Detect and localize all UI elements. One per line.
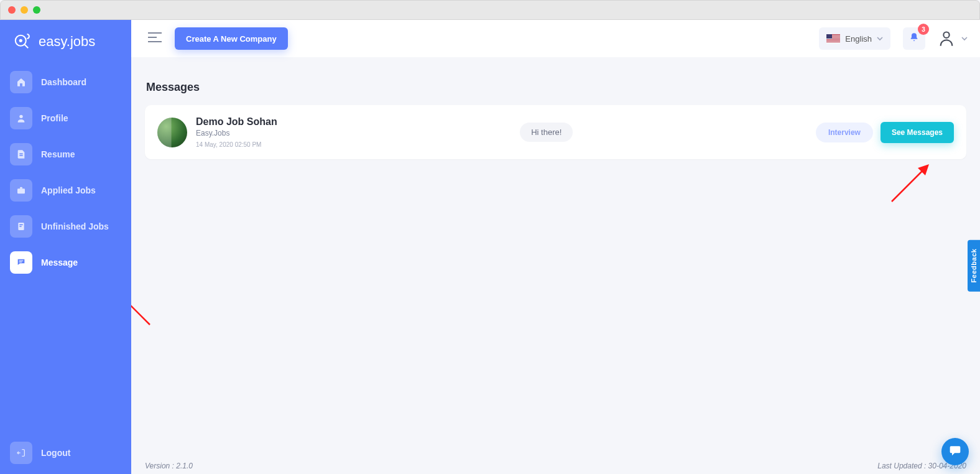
create-company-button[interactable]: Create A New Company [175, 27, 288, 50]
logo-icon [11, 31, 32, 52]
annotation-arrow-button [887, 157, 936, 209]
svg-marker-15 [918, 164, 929, 175]
sidebar-label: Message [41, 258, 78, 267]
sidebar-item-dashboard[interactable]: Dashboard [6, 67, 125, 97]
svg-point-11 [943, 32, 949, 38]
svg-rect-9 [19, 261, 24, 261]
footer: Version : 2.1.0 Last Updated : 30-04-202… [145, 462, 966, 470]
svg-line-14 [892, 168, 925, 202]
sidebar-item-logout[interactable]: Logout [6, 438, 125, 468]
svg-rect-10 [19, 262, 22, 263]
user-icon [10, 107, 32, 129]
sidebar-item-applied-jobs[interactable]: Applied Jobs [6, 175, 125, 205]
logout-icon [10, 442, 32, 464]
sidebar: easy.jobs Dashboard Profile Resume [0, 20, 131, 474]
sidebar-item-unfinished-jobs[interactable]: Unfinished Jobs [6, 211, 125, 241]
chat-fab[interactable] [941, 438, 969, 465]
sidebar-label: Resume [41, 149, 75, 159]
svg-rect-8 [19, 226, 21, 226]
topbar-right: English 3 [819, 27, 968, 50]
version-label: Version : 2.1.0 [145, 462, 193, 470]
svg-point-1 [19, 39, 22, 42]
message-timestamp: 14 May, 2020 02:50 PM [196, 141, 277, 148]
chevron-down-icon [961, 35, 968, 42]
sidebar-footer: Logout [6, 438, 125, 468]
bell-icon [909, 32, 919, 45]
message-preview: Hi there! [520, 123, 573, 142]
content-area: Messages Demo Job Sohan Easy.Jobs 14 May… [131, 57, 980, 474]
briefcase-icon [10, 179, 32, 202]
message-preview-wrap: Hi there! [277, 123, 816, 142]
feedback-tab[interactable]: Feedback [968, 240, 980, 292]
notifications-button[interactable]: 3 [903, 27, 925, 50]
window-titlebar [0, 0, 980, 20]
sidebar-item-message[interactable]: Message [6, 248, 125, 277]
chat-icon [10, 251, 32, 274]
svg-rect-3 [19, 154, 22, 154]
window-maximize-dot[interactable] [33, 6, 40, 14]
sender-avatar [157, 118, 187, 147]
us-flag-icon [826, 34, 840, 43]
page-title: Messages [146, 81, 966, 94]
user-menu[interactable] [938, 30, 968, 47]
see-messages-button[interactable]: See Messages [881, 122, 954, 143]
svg-rect-5 [17, 188, 25, 193]
person-icon [938, 30, 955, 47]
message-card: Demo Job Sohan Easy.Jobs 14 May, 2020 02… [145, 105, 966, 159]
brand-name: easy.jobs [39, 34, 95, 50]
annotation-arrow-sidebar [131, 256, 156, 333]
app-root: easy.jobs Dashboard Profile Resume [0, 20, 980, 474]
brand-logo[interactable]: easy.jobs [6, 29, 125, 63]
svg-rect-7 [19, 225, 22, 225]
language-selector[interactable]: English [819, 27, 890, 50]
sidebar-label: Unfinished Jobs [41, 221, 109, 231]
language-label: English [845, 34, 872, 44]
sidebar-label: Applied Jobs [41, 185, 96, 195]
topbar: Create A New Company English 3 [131, 20, 980, 57]
sender-name: Demo Job Sohan [196, 116, 277, 128]
message-meta: Demo Job Sohan Easy.Jobs 14 May, 2020 02… [196, 116, 277, 148]
main-area: Create A New Company English 3 [131, 20, 980, 474]
sidebar-label: Logout [41, 448, 70, 458]
sender-company: Easy.Jobs [196, 129, 277, 137]
hamburger-icon [147, 32, 162, 45]
svg-rect-4 [19, 155, 22, 156]
interview-button[interactable]: Interview [816, 123, 873, 142]
file-icon [10, 215, 32, 238]
sidebar-label: Profile [41, 113, 68, 123]
chevron-down-icon [877, 35, 883, 42]
document-icon [10, 143, 32, 165]
sidebar-label: Dashboard [41, 77, 86, 87]
home-icon [10, 71, 32, 93]
chat-bubble-icon [949, 444, 961, 459]
feedback-label: Feedback [970, 249, 978, 283]
window-close-dot[interactable] [8, 6, 16, 14]
window-minimize-dot[interactable] [21, 6, 28, 14]
notification-count: 3 [918, 24, 929, 35]
sidebar-item-profile[interactable]: Profile [6, 103, 125, 133]
svg-line-12 [131, 267, 150, 325]
sidebar-nav: Dashboard Profile Resume Applied Jobs [6, 67, 125, 277]
menu-toggle[interactable] [144, 27, 166, 50]
sidebar-item-resume[interactable]: Resume [6, 139, 125, 169]
svg-point-2 [19, 115, 22, 118]
